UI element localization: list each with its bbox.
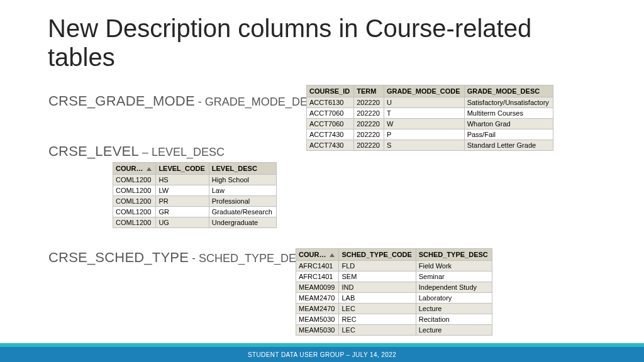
label-primary: CRSE_SCHED_TYPE bbox=[48, 250, 189, 265]
table-cell: ACCT7060 bbox=[307, 108, 354, 119]
footer: STUDENT DATA USER GROUP – JULY 14, 2022 bbox=[0, 343, 644, 362]
label-primary: CRSE_LEVEL bbox=[48, 143, 139, 159]
table-cell: Standard Letter Grade bbox=[464, 140, 553, 151]
column-header: SCHED_TYPE_CODE bbox=[339, 249, 416, 261]
table-row: ACCT7430202220PPass/Fail bbox=[307, 129, 553, 140]
table-cell: COML1200 bbox=[113, 217, 156, 228]
section-label-level: CRSE_LEVEL – LEVEL_DESC bbox=[48, 143, 225, 160]
table-cell: MEAM0099 bbox=[296, 282, 339, 293]
table-cell: Recitation bbox=[416, 314, 492, 325]
table-cell: 202220 bbox=[354, 140, 384, 151]
table-cell: High School bbox=[209, 175, 276, 185]
section-label-sched-type: CRSE_SCHED_TYPE - SCHED_TYPE_DESC bbox=[48, 250, 312, 266]
label-secondary: GRADE_MODE_DESC bbox=[205, 96, 323, 108]
table-cell: Multiterm Courses bbox=[464, 108, 553, 119]
table-cell: ACCT6130 bbox=[307, 97, 354, 108]
table-row: ACCT7060202220TMultiterm Courses bbox=[307, 108, 553, 119]
slide-title: New Description columns in Course-relate… bbox=[48, 14, 601, 72]
table-row: COML1200PRProfessional bbox=[113, 196, 277, 207]
table-cell: 202220 bbox=[354, 97, 384, 108]
table-cell: 202220 bbox=[354, 119, 384, 129]
section-label-grade-mode: CRSE_GRADE_MODE - GRADE_MODE_DESC bbox=[48, 93, 323, 109]
table-cell: MEAM2470 bbox=[296, 293, 339, 304]
table-row: ACCT7060202220WWharton Grad bbox=[307, 119, 553, 129]
table-cell: AFRC1401 bbox=[296, 261, 339, 272]
column-header: TERM bbox=[354, 85, 384, 97]
table-row: MEAM2470LABLaboratory bbox=[296, 293, 492, 304]
table-row: AFRC1401FLDField Work bbox=[296, 261, 492, 272]
sched-type-table: COUR…SCHED_TYPE_CODESCHED_TYPE_DESCAFRC1… bbox=[296, 248, 492, 336]
table-cell: T bbox=[384, 108, 464, 119]
sort-ascending-icon bbox=[147, 167, 152, 171]
table-cell: MEAM5030 bbox=[296, 325, 339, 336]
table-cell: Graduate/Research bbox=[209, 207, 276, 217]
table-cell: GR bbox=[156, 207, 209, 217]
table-cell: REC bbox=[339, 314, 416, 325]
table-cell: Seminar bbox=[416, 272, 492, 282]
table-row: ACCT7430202220SStandard Letter Grade bbox=[307, 140, 553, 151]
column-header: COUR… bbox=[296, 249, 339, 261]
label-sep: - bbox=[189, 252, 199, 265]
grade-mode-table: COURSE_IDTERMGRADE_MODE_CODEGRADE_MODE_D… bbox=[306, 85, 553, 151]
table-row: MEAM5030RECRecitation bbox=[296, 314, 492, 325]
table-row: COML1200GRGraduate/Research bbox=[113, 207, 277, 217]
table-cell: COML1200 bbox=[113, 185, 156, 196]
table-row: AFRC1401SEMSeminar bbox=[296, 272, 492, 282]
sort-ascending-icon bbox=[330, 253, 335, 257]
column-header: LEVEL_DESC bbox=[209, 163, 276, 175]
table-cell: P bbox=[384, 129, 464, 140]
column-header: COURSE_ID bbox=[307, 85, 354, 97]
table-row: MEAM5030LECLecture bbox=[296, 325, 492, 336]
column-header: COUR… bbox=[113, 163, 156, 175]
table-cell: 202220 bbox=[354, 129, 384, 140]
table-cell: Laboratory bbox=[416, 293, 492, 304]
table-cell: Lecture bbox=[416, 304, 492, 314]
table-row: COML1200LWLaw bbox=[113, 185, 277, 196]
table-row: MEAM2470LECLecture bbox=[296, 304, 492, 314]
table-cell: Lecture bbox=[416, 325, 492, 336]
table-cell: COML1200 bbox=[113, 175, 156, 185]
column-header: GRADE_MODE_CODE bbox=[384, 85, 464, 97]
table-cell: U bbox=[384, 97, 464, 108]
table-cell: Pass/Fail bbox=[464, 129, 553, 140]
table-cell: IND bbox=[339, 282, 416, 293]
table-cell: Field Work bbox=[416, 261, 492, 272]
table-row: ACCT6130202220USatisfactory/Unsatisfacto… bbox=[307, 97, 553, 108]
table-cell: LEC bbox=[339, 325, 416, 336]
table-row: MEAM0099INDIndependent Study bbox=[296, 282, 492, 293]
column-header: SCHED_TYPE_DESC bbox=[416, 249, 492, 261]
table-cell: LEC bbox=[339, 304, 416, 314]
table-cell: LAB bbox=[339, 293, 416, 304]
table-cell: Wharton Grad bbox=[464, 119, 553, 129]
table-cell: ACCT7430 bbox=[307, 129, 354, 140]
table-cell: Undergraduate bbox=[209, 217, 276, 228]
table-cell: COML1200 bbox=[113, 207, 156, 217]
table-row: COML1200HSHigh School bbox=[113, 175, 277, 185]
level-table: COUR…LEVEL_CODELEVEL_DESCCOML1200HSHigh … bbox=[113, 162, 277, 228]
table-cell: COML1200 bbox=[113, 196, 156, 207]
table-cell: LW bbox=[156, 185, 209, 196]
table-row: COML1200UGUndergraduate bbox=[113, 217, 277, 228]
table-cell: MEAM2470 bbox=[296, 304, 339, 314]
table-cell: Independent Study bbox=[416, 282, 492, 293]
table-cell: UG bbox=[156, 217, 209, 228]
table-cell: ACCT7430 bbox=[307, 140, 354, 151]
label-primary: CRSE_GRADE_MODE bbox=[48, 93, 195, 109]
slide: New Description columns in Course-relate… bbox=[0, 0, 644, 362]
table-cell: Professional bbox=[209, 196, 276, 207]
table-cell: Satisfactory/Unsatisfactory bbox=[464, 97, 553, 108]
label-sep: – bbox=[139, 146, 152, 158]
column-header: LEVEL_CODE bbox=[156, 163, 209, 175]
column-header: GRADE_MODE_DESC bbox=[464, 85, 553, 97]
table-cell: AFRC1401 bbox=[296, 272, 339, 282]
table-cell: HS bbox=[156, 175, 209, 185]
table-cell: ACCT7060 bbox=[307, 119, 354, 129]
table-cell: Law bbox=[209, 185, 276, 196]
table-cell: W bbox=[384, 119, 464, 129]
table-cell: 202220 bbox=[354, 108, 384, 119]
footer-text: STUDENT DATA USER GROUP – JULY 14, 2022 bbox=[248, 351, 396, 358]
table-cell: FLD bbox=[339, 261, 416, 272]
label-secondary: LEVEL_DESC bbox=[152, 146, 225, 158]
table-cell: S bbox=[384, 140, 464, 151]
label-sep: - bbox=[195, 96, 205, 108]
